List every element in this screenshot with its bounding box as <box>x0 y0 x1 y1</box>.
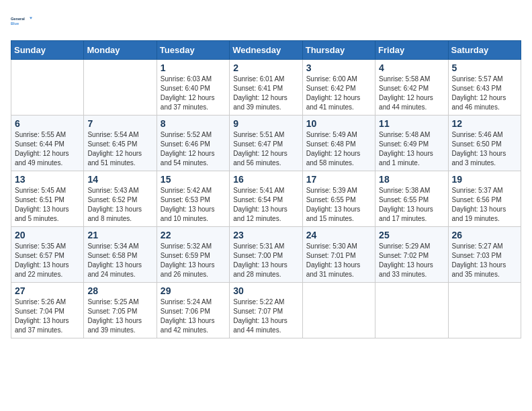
day-number: 12 <box>452 118 517 129</box>
calendar-cell: 16Sunrise: 5:41 AM Sunset: 6:54 PM Dayli… <box>230 171 302 227</box>
calendar-cell: 17Sunrise: 5:39 AM Sunset: 6:55 PM Dayli… <box>302 171 375 227</box>
weekday-header-friday: Friday <box>375 41 448 60</box>
day-info: Sunrise: 5:41 AM Sunset: 6:54 PM Dayligh… <box>233 186 298 224</box>
day-number: 9 <box>233 118 298 129</box>
weekday-header-monday: Monday <box>84 41 157 60</box>
day-number: 26 <box>452 230 517 240</box>
calendar-table: SundayMondayTuesdayWednesdayThursdayFrid… <box>11 40 521 338</box>
day-info: Sunrise: 5:22 AM Sunset: 7:07 PM Dayligh… <box>233 298 298 335</box>
day-number: 25 <box>379 230 444 240</box>
calendar-cell: 25Sunrise: 5:29 AM Sunset: 7:02 PM Dayli… <box>375 227 448 283</box>
day-info: Sunrise: 5:34 AM Sunset: 6:58 PM Dayligh… <box>87 242 152 279</box>
calendar-cell: 3Sunrise: 6:00 AM Sunset: 6:42 PM Daylig… <box>302 60 375 116</box>
day-info: Sunrise: 6:03 AM Sunset: 6:40 PM Dayligh… <box>161 75 226 112</box>
day-info: Sunrise: 5:38 AM Sunset: 6:55 PM Dayligh… <box>379 186 444 224</box>
calendar-cell: 4Sunrise: 5:58 AM Sunset: 6:42 PM Daylig… <box>375 60 448 116</box>
svg-text:General: General <box>11 17 25 21</box>
day-number: 24 <box>306 230 371 240</box>
weekday-header-row: SundayMondayTuesdayWednesdayThursdayFrid… <box>11 41 521 60</box>
day-number: 16 <box>233 174 298 185</box>
day-number: 7 <box>87 118 152 129</box>
calendar-cell: 18Sunrise: 5:38 AM Sunset: 6:55 PM Dayli… <box>375 171 448 227</box>
calendar-cell <box>375 283 448 338</box>
calendar-cell: 23Sunrise: 5:31 AM Sunset: 7:00 PM Dayli… <box>230 227 302 283</box>
svg-marker-2 <box>30 17 32 19</box>
day-info: Sunrise: 5:52 AM Sunset: 6:46 PM Dayligh… <box>161 130 226 168</box>
day-number: 23 <box>233 230 298 240</box>
day-number: 27 <box>15 285 80 296</box>
svg-text:Blue: Blue <box>11 21 19 26</box>
day-info: Sunrise: 5:46 AM Sunset: 6:50 PM Dayligh… <box>452 130 517 168</box>
calendar-cell <box>302 283 375 338</box>
calendar-cell: 24Sunrise: 5:30 AM Sunset: 7:01 PM Dayli… <box>302 227 375 283</box>
day-info: Sunrise: 5:54 AM Sunset: 6:45 PM Dayligh… <box>87 130 152 168</box>
day-number: 5 <box>452 62 517 73</box>
calendar-cell: 11Sunrise: 5:48 AM Sunset: 6:49 PM Dayli… <box>375 116 448 171</box>
day-info: Sunrise: 5:43 AM Sunset: 6:52 PM Dayligh… <box>87 186 152 224</box>
calendar-cell: 29Sunrise: 5:24 AM Sunset: 7:06 PM Dayli… <box>157 283 229 338</box>
week-row-1: 1Sunrise: 6:03 AM Sunset: 6:40 PM Daylig… <box>11 60 521 116</box>
calendar-cell: 20Sunrise: 5:35 AM Sunset: 6:57 PM Dayli… <box>11 227 84 283</box>
calendar-cell: 9Sunrise: 5:51 AM Sunset: 6:47 PM Daylig… <box>230 116 302 171</box>
day-number: 8 <box>161 118 226 129</box>
week-row-2: 6Sunrise: 5:55 AM Sunset: 6:44 PM Daylig… <box>11 116 521 171</box>
day-info: Sunrise: 5:58 AM Sunset: 6:42 PM Dayligh… <box>379 75 444 112</box>
calendar-cell: 5Sunrise: 5:57 AM Sunset: 6:43 PM Daylig… <box>448 60 521 116</box>
day-number: 20 <box>15 230 80 240</box>
day-info: Sunrise: 5:24 AM Sunset: 7:06 PM Dayligh… <box>161 298 226 335</box>
day-info: Sunrise: 5:31 AM Sunset: 7:00 PM Dayligh… <box>233 242 298 279</box>
week-row-3: 13Sunrise: 5:45 AM Sunset: 6:51 PM Dayli… <box>11 171 521 227</box>
day-info: Sunrise: 5:35 AM Sunset: 6:57 PM Dayligh… <box>15 242 80 279</box>
calendar-cell <box>448 283 521 338</box>
calendar-cell: 10Sunrise: 5:49 AM Sunset: 6:48 PM Dayli… <box>302 116 375 171</box>
calendar-cell: 26Sunrise: 5:27 AM Sunset: 7:03 PM Dayli… <box>448 227 521 283</box>
day-info: Sunrise: 6:01 AM Sunset: 6:41 PM Dayligh… <box>233 75 298 112</box>
day-info: Sunrise: 5:48 AM Sunset: 6:49 PM Dayligh… <box>379 130 444 168</box>
day-info: Sunrise: 6:00 AM Sunset: 6:42 PM Dayligh… <box>306 75 371 112</box>
week-row-5: 27Sunrise: 5:26 AM Sunset: 7:04 PM Dayli… <box>11 283 521 338</box>
calendar-cell: 27Sunrise: 5:26 AM Sunset: 7:04 PM Dayli… <box>11 283 84 338</box>
day-number: 3 <box>306 62 371 73</box>
week-row-4: 20Sunrise: 5:35 AM Sunset: 6:57 PM Dayli… <box>11 227 521 283</box>
day-info: Sunrise: 5:39 AM Sunset: 6:55 PM Dayligh… <box>306 186 371 224</box>
calendar-cell: 21Sunrise: 5:34 AM Sunset: 6:58 PM Dayli… <box>84 227 157 283</box>
day-info: Sunrise: 5:27 AM Sunset: 7:03 PM Dayligh… <box>452 242 517 279</box>
calendar-cell: 28Sunrise: 5:25 AM Sunset: 7:05 PM Dayli… <box>84 283 157 338</box>
day-number: 29 <box>161 285 226 296</box>
calendar-cell: 2Sunrise: 6:01 AM Sunset: 6:41 PM Daylig… <box>230 60 302 116</box>
day-info: Sunrise: 5:37 AM Sunset: 6:56 PM Dayligh… <box>452 186 517 224</box>
weekday-header-wednesday: Wednesday <box>230 41 302 60</box>
header: General Blue <box>11 11 521 32</box>
calendar-cell <box>84 60 157 116</box>
day-number: 15 <box>161 174 226 185</box>
calendar-cell: 13Sunrise: 5:45 AM Sunset: 6:51 PM Dayli… <box>11 171 84 227</box>
weekday-header-thursday: Thursday <box>302 41 375 60</box>
day-info: Sunrise: 5:29 AM Sunset: 7:02 PM Dayligh… <box>379 242 444 279</box>
calendar-cell: 6Sunrise: 5:55 AM Sunset: 6:44 PM Daylig… <box>11 116 84 171</box>
calendar-cell: 22Sunrise: 5:32 AM Sunset: 6:59 PM Dayli… <box>157 227 229 283</box>
day-number: 1 <box>161 62 226 73</box>
calendar-cell: 12Sunrise: 5:46 AM Sunset: 6:50 PM Dayli… <box>448 116 521 171</box>
calendar-cell <box>11 60 84 116</box>
day-number: 30 <box>233 285 298 296</box>
day-info: Sunrise: 5:25 AM Sunset: 7:05 PM Dayligh… <box>87 298 152 335</box>
day-info: Sunrise: 5:55 AM Sunset: 6:44 PM Dayligh… <box>15 130 80 168</box>
weekday-header-saturday: Saturday <box>448 41 521 60</box>
weekday-header-tuesday: Tuesday <box>157 41 229 60</box>
calendar-cell: 1Sunrise: 6:03 AM Sunset: 6:40 PM Daylig… <box>157 60 229 116</box>
day-number: 6 <box>15 118 80 129</box>
calendar-cell: 7Sunrise: 5:54 AM Sunset: 6:45 PM Daylig… <box>84 116 157 171</box>
day-number: 2 <box>233 62 298 73</box>
day-number: 22 <box>161 230 226 240</box>
weekday-header-sunday: Sunday <box>11 41 84 60</box>
day-info: Sunrise: 5:42 AM Sunset: 6:53 PM Dayligh… <box>161 186 226 224</box>
day-info: Sunrise: 5:57 AM Sunset: 6:43 PM Dayligh… <box>452 75 517 112</box>
day-info: Sunrise: 5:49 AM Sunset: 6:48 PM Dayligh… <box>306 130 371 168</box>
day-info: Sunrise: 5:32 AM Sunset: 6:59 PM Dayligh… <box>161 242 226 279</box>
day-number: 17 <box>306 174 371 185</box>
day-number: 21 <box>87 230 152 240</box>
day-number: 10 <box>306 118 371 129</box>
calendar-cell: 8Sunrise: 5:52 AM Sunset: 6:46 PM Daylig… <box>157 116 229 171</box>
day-info: Sunrise: 5:45 AM Sunset: 6:51 PM Dayligh… <box>15 186 80 224</box>
day-number: 19 <box>452 174 517 185</box>
